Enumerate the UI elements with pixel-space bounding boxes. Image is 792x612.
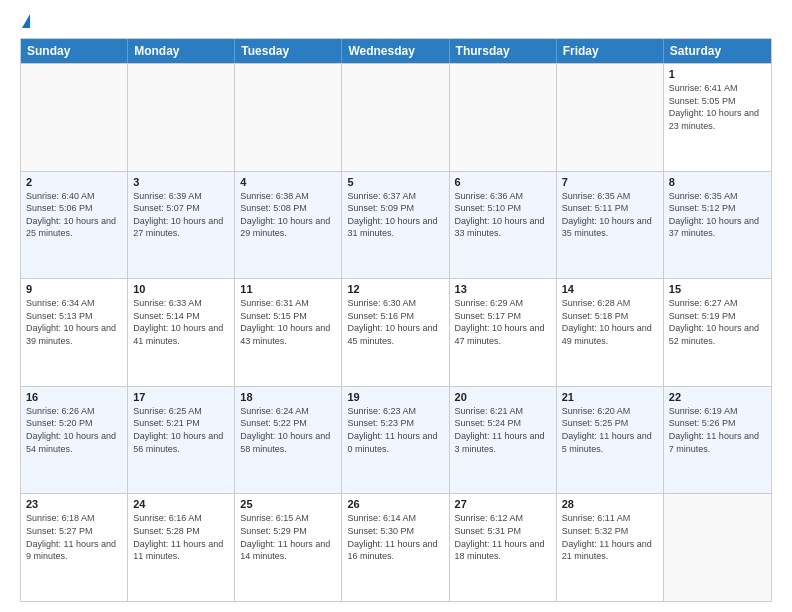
calendar-empty-cell — [342, 64, 449, 171]
day-number: 26 — [347, 498, 443, 510]
day-info: Sunrise: 6:35 AMSunset: 5:12 PMDaylight:… — [669, 190, 766, 240]
calendar-day-7: 7Sunrise: 6:35 AMSunset: 5:11 PMDaylight… — [557, 172, 664, 279]
calendar-day-3: 3Sunrise: 6:39 AMSunset: 5:07 PMDaylight… — [128, 172, 235, 279]
calendar-day-28: 28Sunrise: 6:11 AMSunset: 5:32 PMDayligh… — [557, 494, 664, 601]
calendar-day-18: 18Sunrise: 6:24 AMSunset: 5:22 PMDayligh… — [235, 387, 342, 494]
day-info: Sunrise: 6:37 AMSunset: 5:09 PMDaylight:… — [347, 190, 443, 240]
calendar-empty-cell — [21, 64, 128, 171]
day-info: Sunrise: 6:40 AMSunset: 5:06 PMDaylight:… — [26, 190, 122, 240]
day-info: Sunrise: 6:15 AMSunset: 5:29 PMDaylight:… — [240, 512, 336, 562]
calendar-row-1: 2Sunrise: 6:40 AMSunset: 5:06 PMDaylight… — [21, 171, 771, 279]
calendar-day-27: 27Sunrise: 6:12 AMSunset: 5:31 PMDayligh… — [450, 494, 557, 601]
day-number: 12 — [347, 283, 443, 295]
day-info: Sunrise: 6:16 AMSunset: 5:28 PMDaylight:… — [133, 512, 229, 562]
day-number: 19 — [347, 391, 443, 403]
calendar: SundayMondayTuesdayWednesdayThursdayFrid… — [20, 38, 772, 602]
calendar-day-17: 17Sunrise: 6:25 AMSunset: 5:21 PMDayligh… — [128, 387, 235, 494]
calendar-row-3: 16Sunrise: 6:26 AMSunset: 5:20 PMDayligh… — [21, 386, 771, 494]
calendar-empty-cell — [235, 64, 342, 171]
calendar-day-19: 19Sunrise: 6:23 AMSunset: 5:23 PMDayligh… — [342, 387, 449, 494]
header-day-sunday: Sunday — [21, 39, 128, 63]
calendar-day-12: 12Sunrise: 6:30 AMSunset: 5:16 PMDayligh… — [342, 279, 449, 386]
calendar-day-10: 10Sunrise: 6:33 AMSunset: 5:14 PMDayligh… — [128, 279, 235, 386]
day-number: 20 — [455, 391, 551, 403]
day-info: Sunrise: 6:34 AMSunset: 5:13 PMDaylight:… — [26, 297, 122, 347]
day-number: 3 — [133, 176, 229, 188]
calendar-row-0: 1Sunrise: 6:41 AMSunset: 5:05 PMDaylight… — [21, 63, 771, 171]
calendar-day-9: 9Sunrise: 6:34 AMSunset: 5:13 PMDaylight… — [21, 279, 128, 386]
day-info: Sunrise: 6:41 AMSunset: 5:05 PMDaylight:… — [669, 82, 766, 132]
day-number: 1 — [669, 68, 766, 80]
calendar-day-1: 1Sunrise: 6:41 AMSunset: 5:05 PMDaylight… — [664, 64, 771, 171]
day-info: Sunrise: 6:27 AMSunset: 5:19 PMDaylight:… — [669, 297, 766, 347]
calendar-day-24: 24Sunrise: 6:16 AMSunset: 5:28 PMDayligh… — [128, 494, 235, 601]
calendar-day-15: 15Sunrise: 6:27 AMSunset: 5:19 PMDayligh… — [664, 279, 771, 386]
day-number: 5 — [347, 176, 443, 188]
header-day-wednesday: Wednesday — [342, 39, 449, 63]
day-number: 28 — [562, 498, 658, 510]
calendar-empty-cell — [664, 494, 771, 601]
day-number: 14 — [562, 283, 658, 295]
day-info: Sunrise: 6:14 AMSunset: 5:30 PMDaylight:… — [347, 512, 443, 562]
header-day-tuesday: Tuesday — [235, 39, 342, 63]
header-day-saturday: Saturday — [664, 39, 771, 63]
day-info: Sunrise: 6:38 AMSunset: 5:08 PMDaylight:… — [240, 190, 336, 240]
calendar-day-2: 2Sunrise: 6:40 AMSunset: 5:06 PMDaylight… — [21, 172, 128, 279]
day-number: 13 — [455, 283, 551, 295]
day-info: Sunrise: 6:29 AMSunset: 5:17 PMDaylight:… — [455, 297, 551, 347]
page: SundayMondayTuesdayWednesdayThursdayFrid… — [0, 0, 792, 612]
day-info: Sunrise: 6:19 AMSunset: 5:26 PMDaylight:… — [669, 405, 766, 455]
calendar-empty-cell — [128, 64, 235, 171]
day-info: Sunrise: 6:30 AMSunset: 5:16 PMDaylight:… — [347, 297, 443, 347]
calendar-day-23: 23Sunrise: 6:18 AMSunset: 5:27 PMDayligh… — [21, 494, 128, 601]
day-number: 2 — [26, 176, 122, 188]
day-number: 17 — [133, 391, 229, 403]
calendar-day-21: 21Sunrise: 6:20 AMSunset: 5:25 PMDayligh… — [557, 387, 664, 494]
day-number: 7 — [562, 176, 658, 188]
day-info: Sunrise: 6:12 AMSunset: 5:31 PMDaylight:… — [455, 512, 551, 562]
day-number: 11 — [240, 283, 336, 295]
day-info: Sunrise: 6:11 AMSunset: 5:32 PMDaylight:… — [562, 512, 658, 562]
calendar-row-4: 23Sunrise: 6:18 AMSunset: 5:27 PMDayligh… — [21, 493, 771, 601]
day-number: 16 — [26, 391, 122, 403]
day-number: 9 — [26, 283, 122, 295]
calendar-row-2: 9Sunrise: 6:34 AMSunset: 5:13 PMDaylight… — [21, 278, 771, 386]
calendar-day-13: 13Sunrise: 6:29 AMSunset: 5:17 PMDayligh… — [450, 279, 557, 386]
header — [20, 18, 772, 28]
header-day-friday: Friday — [557, 39, 664, 63]
day-info: Sunrise: 6:28 AMSunset: 5:18 PMDaylight:… — [562, 297, 658, 347]
day-number: 21 — [562, 391, 658, 403]
day-number: 24 — [133, 498, 229, 510]
day-info: Sunrise: 6:33 AMSunset: 5:14 PMDaylight:… — [133, 297, 229, 347]
day-info: Sunrise: 6:20 AMSunset: 5:25 PMDaylight:… — [562, 405, 658, 455]
calendar-day-4: 4Sunrise: 6:38 AMSunset: 5:08 PMDaylight… — [235, 172, 342, 279]
calendar-day-14: 14Sunrise: 6:28 AMSunset: 5:18 PMDayligh… — [557, 279, 664, 386]
calendar-day-5: 5Sunrise: 6:37 AMSunset: 5:09 PMDaylight… — [342, 172, 449, 279]
logo-triangle-icon — [22, 14, 30, 28]
day-info: Sunrise: 6:39 AMSunset: 5:07 PMDaylight:… — [133, 190, 229, 240]
day-number: 27 — [455, 498, 551, 510]
day-number: 10 — [133, 283, 229, 295]
day-number: 18 — [240, 391, 336, 403]
day-number: 8 — [669, 176, 766, 188]
day-number: 25 — [240, 498, 336, 510]
day-info: Sunrise: 6:36 AMSunset: 5:10 PMDaylight:… — [455, 190, 551, 240]
day-number: 22 — [669, 391, 766, 403]
calendar-day-26: 26Sunrise: 6:14 AMSunset: 5:30 PMDayligh… — [342, 494, 449, 601]
day-number: 23 — [26, 498, 122, 510]
day-number: 6 — [455, 176, 551, 188]
calendar-empty-cell — [557, 64, 664, 171]
header-day-monday: Monday — [128, 39, 235, 63]
calendar-day-25: 25Sunrise: 6:15 AMSunset: 5:29 PMDayligh… — [235, 494, 342, 601]
day-info: Sunrise: 6:35 AMSunset: 5:11 PMDaylight:… — [562, 190, 658, 240]
calendar-empty-cell — [450, 64, 557, 171]
calendar-day-8: 8Sunrise: 6:35 AMSunset: 5:12 PMDaylight… — [664, 172, 771, 279]
header-day-thursday: Thursday — [450, 39, 557, 63]
day-info: Sunrise: 6:21 AMSunset: 5:24 PMDaylight:… — [455, 405, 551, 455]
day-info: Sunrise: 6:26 AMSunset: 5:20 PMDaylight:… — [26, 405, 122, 455]
day-number: 15 — [669, 283, 766, 295]
calendar-day-22: 22Sunrise: 6:19 AMSunset: 5:26 PMDayligh… — [664, 387, 771, 494]
day-number: 4 — [240, 176, 336, 188]
calendar-day-16: 16Sunrise: 6:26 AMSunset: 5:20 PMDayligh… — [21, 387, 128, 494]
logo — [20, 18, 30, 28]
